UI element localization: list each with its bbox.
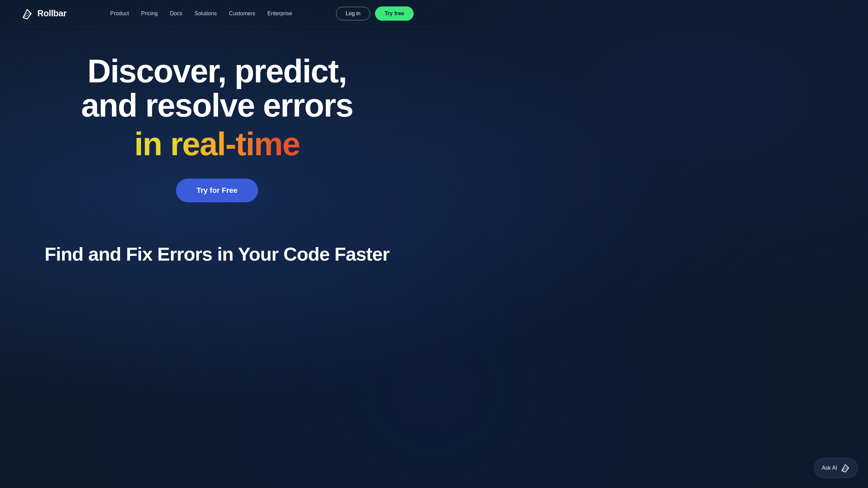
hero-colored-tagline: in real‑time (134, 126, 300, 162)
nav-product[interactable]: Product (110, 11, 129, 16)
nav-enterprise[interactable]: Enterprise (268, 11, 292, 16)
lower-section: Find and Fix Errors in Your Code Faster (0, 223, 434, 279)
try-free-nav-button[interactable]: Try free (375, 6, 414, 21)
login-button[interactable]: Log in (336, 7, 371, 20)
nav-links: Product Pricing Docs Solutions Customers… (110, 11, 292, 17)
rollbar-logo-icon (20, 7, 34, 20)
brand-name: Rollbar (37, 8, 66, 19)
nav-pricing[interactable]: Pricing (141, 11, 158, 16)
lower-headline: Find and Fix Errors in Your Code Faster (14, 243, 420, 265)
nav-customers[interactable]: Customers (229, 11, 255, 16)
nav-actions: Log in Try free (336, 6, 414, 21)
hero-section: Discover, predict, and resolve errors in… (0, 27, 434, 223)
nav-solutions[interactable]: Solutions (195, 11, 217, 16)
nav-docs[interactable]: Docs (170, 11, 182, 16)
navbar: Rollbar Product Pricing Docs Solutions C… (0, 0, 434, 27)
hero-cta-button[interactable]: Try for Free (176, 179, 258, 202)
hero-headline: Discover, predict, and resolve errors (81, 54, 353, 123)
hero-text-realtime: real‑time (170, 126, 300, 162)
hero-text-in: in (134, 126, 170, 162)
logo-link[interactable]: Rollbar (20, 7, 66, 20)
